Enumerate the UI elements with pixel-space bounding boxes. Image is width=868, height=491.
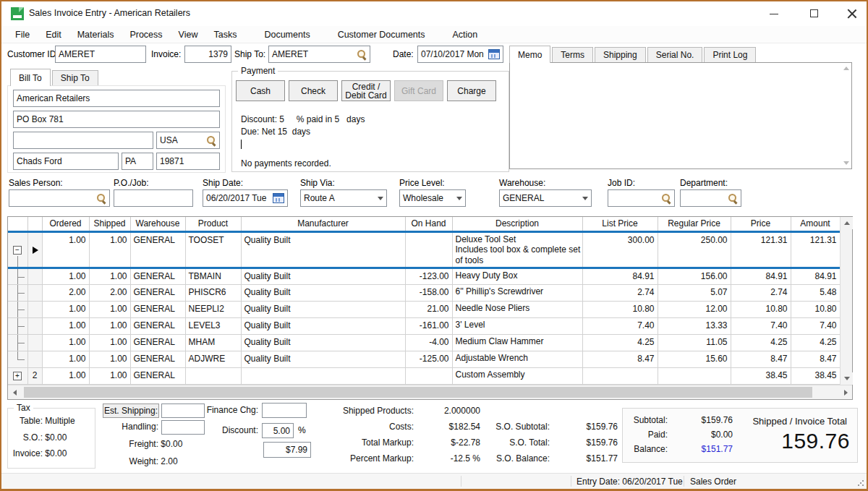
menu-item-customer-documents[interactable]: Customer Documents bbox=[330, 30, 433, 40]
menu-item-process[interactable]: Process bbox=[122, 30, 170, 40]
bill-to-state-input[interactable]: PA bbox=[122, 153, 153, 170]
cell-product[interactable]: LEVEL3 bbox=[185, 317, 241, 334]
price-level-select[interactable]: Wholesale bbox=[399, 189, 466, 207]
calendar-icon[interactable] bbox=[488, 49, 500, 59]
menu-item-file[interactable]: File bbox=[7, 30, 38, 40]
charge-button[interactable]: Charge bbox=[447, 80, 496, 101]
cell-manufacturer[interactable]: Quality Built bbox=[241, 317, 405, 334]
memo-textarea[interactable] bbox=[509, 62, 852, 169]
cell-amount[interactable]: 121.31 bbox=[791, 231, 840, 268]
grid-col-regular-price[interactable]: Regular Price bbox=[658, 217, 731, 231]
cell-price[interactable]: 121.31 bbox=[731, 231, 791, 268]
cell-description[interactable]: 3' Level bbox=[452, 317, 582, 334]
cell-on-hand[interactable]: -123.00 bbox=[405, 268, 452, 284]
grid-row[interactable]: +21.001.00GENERALCustom Assembly38.4538.… bbox=[8, 367, 840, 384]
cell-amount[interactable]: 10.80 bbox=[791, 301, 840, 317]
bill-to-address1-input[interactable]: PO Box 781 bbox=[13, 111, 220, 128]
cell-manufacturer[interactable]: Quality Built bbox=[241, 301, 405, 317]
cell-shipped[interactable]: 2.00 bbox=[89, 284, 130, 301]
discount-input[interactable]: 5.00 bbox=[262, 423, 294, 438]
cell-warehouse[interactable]: GENERAL bbox=[130, 351, 185, 367]
cell-warehouse[interactable]: GENERAL bbox=[130, 268, 185, 284]
grid-row[interactable]: 1.001.00GENERALADJWREQuality Built-125.0… bbox=[8, 351, 840, 367]
cell-ordered[interactable]: 1.00 bbox=[42, 367, 89, 384]
cell-product[interactable] bbox=[185, 367, 241, 384]
cell-on-hand[interactable]: -125.00 bbox=[405, 351, 452, 367]
cell-description[interactable]: Medium Claw Hammer bbox=[452, 334, 582, 351]
cell-manufacturer[interactable]: Quality Built bbox=[241, 351, 405, 367]
grid-col-price[interactable]: Price bbox=[731, 217, 791, 231]
grid-row[interactable]: 1.001.00GENERALMHAMQuality Built-4.00Med… bbox=[8, 334, 840, 351]
cell-price[interactable]: 8.47 bbox=[731, 351, 791, 367]
scroll-down-icon[interactable] bbox=[844, 377, 850, 380]
cell-description[interactable]: Adjustable Wrench bbox=[452, 351, 582, 367]
cell-amount[interactable]: 4.25 bbox=[791, 334, 840, 351]
cell-list-price[interactable] bbox=[582, 367, 658, 384]
cell-amount[interactable]: 8.47 bbox=[791, 351, 840, 367]
finance-chg-input[interactable] bbox=[262, 403, 307, 418]
cell-regular-price[interactable]: 11.05 bbox=[658, 334, 731, 351]
tab-terms[interactable]: Terms bbox=[552, 47, 593, 63]
cell-list-price[interactable]: 7.40 bbox=[582, 317, 658, 334]
collapse-icon[interactable]: − bbox=[13, 246, 22, 255]
cell-amount[interactable]: 7.40 bbox=[791, 317, 840, 334]
cell-on-hand[interactable]: 21.00 bbox=[405, 301, 452, 317]
cell-product[interactable]: TOOSET bbox=[185, 231, 241, 268]
grid-row[interactable]: −1.001.00GENERALTOOSETQuality BuiltDelux… bbox=[8, 231, 840, 268]
lookup-icon[interactable] bbox=[661, 193, 671, 203]
cell-description[interactable]: 6'' Phillip's Screwdriver bbox=[452, 284, 582, 301]
grid-vertical-scrollbar[interactable] bbox=[840, 217, 852, 385]
invoice-date-input[interactable]: 07/10/2017 Mon bbox=[417, 46, 503, 63]
scroll-right-icon[interactable] bbox=[844, 390, 848, 396]
bill-to-country-input[interactable]: USA bbox=[156, 132, 220, 149]
scroll-up-icon[interactable] bbox=[844, 221, 850, 225]
cell-ordered[interactable]: 1.00 bbox=[42, 317, 89, 334]
cell-regular-price[interactable]: 13.33 bbox=[658, 317, 731, 334]
memo-scroll-down-icon[interactable] bbox=[843, 161, 849, 165]
lookup-icon[interactable] bbox=[357, 49, 367, 59]
grid-col-on-hand[interactable]: On Hand bbox=[405, 217, 452, 231]
cell-ordered[interactable]: 1.00 bbox=[42, 334, 89, 351]
cell-amount[interactable]: 5.48 bbox=[791, 284, 840, 301]
cell-description[interactable]: Custom Assembly bbox=[452, 367, 582, 384]
cell-description[interactable]: Needle Nose Pliers bbox=[452, 301, 582, 317]
scroll-left-icon[interactable] bbox=[13, 390, 17, 396]
lookup-icon[interactable] bbox=[96, 193, 106, 203]
grid-col-product[interactable]: Product bbox=[185, 217, 241, 231]
cell-product[interactable]: ADJWRE bbox=[185, 351, 241, 367]
cell-price[interactable]: 10.80 bbox=[731, 301, 791, 317]
tab-bill-to[interactable]: Bill To bbox=[10, 69, 51, 86]
cell-warehouse[interactable]: GENERAL bbox=[130, 334, 185, 351]
grid-row[interactable]: 2.002.00GENERALPHISCR6Quality Built-158.… bbox=[8, 284, 840, 301]
cell-warehouse[interactable]: GENERAL bbox=[130, 231, 185, 268]
tab-shipping[interactable]: Shipping bbox=[595, 47, 646, 63]
cell-ordered[interactable]: 1.00 bbox=[42, 301, 89, 317]
cell-shipped[interactable]: 1.00 bbox=[89, 317, 130, 334]
cell-description[interactable]: Heavy Duty Box bbox=[452, 268, 582, 284]
bill-to-name-input[interactable]: American Retailers bbox=[13, 90, 220, 107]
lookup-icon[interactable] bbox=[728, 193, 738, 203]
tab-ship-to[interactable]: Ship To bbox=[52, 70, 98, 86]
cell-regular-price[interactable] bbox=[658, 367, 731, 384]
cell-product[interactable]: NEEPLI2 bbox=[185, 301, 241, 317]
cell-ordered[interactable]: 1.00 bbox=[42, 351, 89, 367]
bill-to-address2-input[interactable] bbox=[13, 132, 153, 149]
sales-person-input[interactable] bbox=[9, 189, 110, 207]
tab-serial-no[interactable]: Serial No. bbox=[647, 47, 703, 63]
menu-item-action[interactable]: Action bbox=[445, 30, 486, 40]
cell-price[interactable]: 38.45 bbox=[731, 367, 791, 384]
cell-price[interactable]: 7.40 bbox=[731, 317, 791, 334]
cell-on-hand[interactable] bbox=[405, 231, 452, 268]
department-input[interactable] bbox=[680, 189, 741, 207]
grid-col-description[interactable]: Description bbox=[452, 217, 582, 231]
calendar-icon[interactable] bbox=[273, 193, 284, 203]
bill-to-zip-input[interactable]: 19871 bbox=[156, 153, 220, 170]
ship-date-input[interactable]: 06/20/2017 Tue bbox=[203, 189, 288, 207]
ship-via-select[interactable]: Route A bbox=[300, 189, 387, 207]
tab-print-log[interactable]: Print Log bbox=[704, 47, 756, 63]
credit-debit-card-button[interactable]: Credit / Debit Card bbox=[341, 80, 391, 101]
cell-shipped[interactable]: 1.00 bbox=[89, 301, 130, 317]
cell-on-hand[interactable]: -158.00 bbox=[405, 284, 452, 301]
cash-button[interactable]: Cash bbox=[236, 80, 285, 101]
cell-list-price[interactable]: 300.00 bbox=[582, 231, 658, 268]
